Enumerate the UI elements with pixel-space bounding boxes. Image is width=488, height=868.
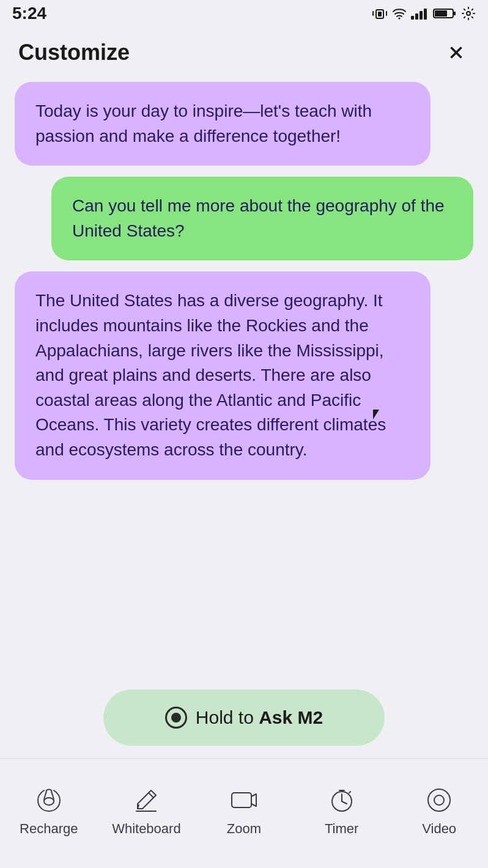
svg-rect-10	[453, 12, 456, 15]
timer-icon	[326, 784, 358, 816]
message-bubble-3: The United States has a diverse geograph…	[15, 271, 431, 479]
nav-label-video: Video	[422, 821, 456, 837]
nav-item-whiteboard[interactable]: Whiteboard	[98, 784, 196, 837]
message-text-1: Today is your day to inspire—let's teach…	[35, 99, 410, 149]
recharge-icon	[33, 784, 65, 816]
bottom-nav: Recharge Whiteboard Zoom	[0, 758, 488, 868]
nav-label-zoom: Zoom	[227, 821, 261, 837]
svg-rect-1	[378, 12, 382, 17]
status-bar: 5:24	[0, 0, 488, 27]
signal-icon	[411, 7, 428, 20]
wifi-icon	[393, 7, 406, 20]
settings-icon	[461, 6, 476, 21]
nav-item-video[interactable]: Video	[390, 784, 488, 837]
close-icon	[446, 42, 467, 63]
hold-button-label: Hold to Ask M2	[196, 707, 323, 728]
message-bubble-1: Today is your day to inspire—let's teach…	[15, 82, 431, 166]
whiteboard-icon	[130, 784, 162, 816]
nav-label-timer: Timer	[325, 821, 358, 837]
svg-rect-11	[435, 10, 447, 17]
nav-label-whiteboard: Whiteboard	[112, 821, 181, 837]
nav-label-recharge: Recharge	[20, 821, 78, 837]
hold-button-label-strong: Ask M2	[259, 707, 323, 727]
svg-rect-17	[232, 793, 251, 807]
svg-rect-6	[415, 13, 418, 20]
svg-point-12	[467, 12, 470, 15]
record-icon-inner	[171, 713, 181, 723]
chat-area: Today is your day to inspire—let's teach…	[0, 76, 488, 486]
zoom-icon	[228, 784, 260, 816]
nav-item-recharge[interactable]: Recharge	[0, 784, 98, 837]
header: Customize	[0, 27, 488, 76]
svg-point-4	[399, 18, 401, 20]
hold-button-container: Hold to Ask M2	[103, 690, 385, 746]
message-text-2: Can you tell me more about the geography…	[72, 194, 453, 243]
status-icons	[372, 6, 476, 21]
vibrate-icon	[372, 7, 388, 20]
svg-point-20	[434, 795, 444, 805]
svg-point-19	[428, 789, 450, 811]
svg-rect-8	[424, 9, 427, 20]
battery-icon	[433, 7, 456, 20]
message-text-3: The United States has a diverse geograph…	[35, 289, 410, 462]
hold-to-ask-button[interactable]: Hold to Ask M2	[103, 690, 385, 746]
svg-point-15	[44, 798, 54, 805]
svg-rect-5	[411, 16, 414, 20]
nav-item-timer[interactable]: Timer	[293, 784, 391, 837]
page-title: Customize	[18, 40, 130, 65]
video-icon	[423, 784, 455, 816]
nav-item-zoom[interactable]: Zoom	[195, 784, 293, 837]
svg-rect-7	[420, 11, 423, 20]
message-bubble-2: Can you tell me more about the geography…	[51, 177, 473, 260]
close-button[interactable]	[443, 39, 470, 66]
record-icon	[165, 707, 187, 729]
status-time: 5:24	[12, 4, 46, 23]
